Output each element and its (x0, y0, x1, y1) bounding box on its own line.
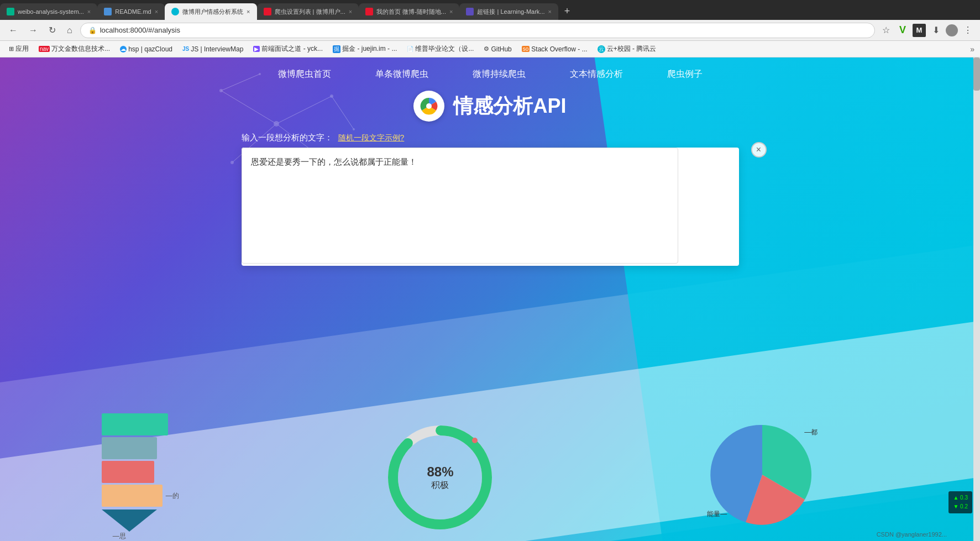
close-button[interactable]: × (751, 142, 767, 157)
page-title: 情感分析API (453, 93, 566, 120)
bookmark-interview-way[interactable]: ▶ 前端面试之道 - yck... (250, 43, 326, 55)
bookmark-interviewmap[interactable]: JS JS | InterviewMap (179, 44, 247, 54)
tab-close-4[interactable]: × (349, 8, 352, 15)
tab-favicon-2 (104, 8, 112, 15)
bookmark-apps[interactable]: ⊞ 应用 (6, 43, 32, 55)
speed-line1: ▲ 0.3 (953, 495, 968, 501)
input-label-row: 输入一段想分析的文字： 随机一段文字示例? (242, 133, 739, 143)
svg-point-13 (426, 103, 432, 109)
bookmark-juejin-label: 掘金 - juejin.im - ... (342, 44, 397, 54)
menu-icon[interactable]: ⋮ (961, 24, 974, 37)
tab-favicon-5 (365, 8, 373, 15)
bar-row-3 (102, 461, 158, 483)
tab-label-1: weibo-analysis-system... (18, 8, 84, 15)
bookmark-paper[interactable]: 📄 维普毕业论文（设... (403, 43, 477, 55)
tab-weibo-system[interactable]: weibo-analysis-system... × (0, 3, 97, 20)
tab-close-3[interactable]: × (247, 8, 250, 15)
tab-label-3: 微博用户情感分析系统 (182, 8, 243, 16)
tab-label-2: README.md (115, 8, 151, 15)
bar-row-2 (102, 437, 160, 459)
bookmark-stackoverflow[interactable]: so Stack Overflow - ... (518, 44, 591, 54)
bookmark-tencent-label: 云+校园 - 腾讯云 (607, 44, 657, 54)
tab-readme[interactable]: README.md × (97, 3, 165, 20)
donut-center: 88% 积极 (427, 464, 453, 491)
lock-icon: 🔒 (88, 27, 97, 34)
tab-favicon-3 (171, 8, 179, 15)
address-field[interactable]: 🔒 localhost:8000/#/analysis (80, 23, 875, 38)
user-avatar-icon[interactable] (946, 24, 958, 36)
nav-crawler-home[interactable]: 微博爬虫首页 (278, 69, 331, 80)
medium-icon[interactable]: M (913, 24, 926, 37)
bookmark-interview-way-label: 前端面试之道 - yck... (261, 44, 323, 54)
nav-sentiment-analysis[interactable]: 文本情感分析 (570, 69, 623, 80)
bookmark-stackoverflow-label: Stack Overflow - ... (531, 45, 587, 53)
browser-chrome: weibo-analysis-system... × README.md × 微… (0, 0, 980, 57)
scrollbar-thumb[interactable] (973, 57, 980, 91)
tab-favicon-6 (466, 8, 474, 15)
logo-circle (413, 91, 444, 122)
analysis-textarea[interactable]: 恩爱还是要秀一下的，怎么说都属于正能量！ (242, 148, 678, 264)
back-button[interactable]: ← (6, 24, 21, 36)
content-center: 情感分析API 输入一段想分析的文字： 随机一段文字示例? 恩爱还是要秀一下的，… (242, 91, 739, 266)
pie-label-energy: 能量— (707, 510, 727, 519)
tab-close-5[interactable]: × (449, 8, 453, 15)
bookmark-paper-label: 维普毕业论文（设... (415, 44, 474, 54)
bookmark-more-icon[interactable]: » (970, 45, 974, 54)
reload-button[interactable]: ↻ (45, 24, 59, 36)
vivi-icon[interactable]: V (896, 24, 909, 37)
bar-row-4: —的 (102, 485, 179, 507)
tab-weibo-home[interactable]: 我的首页 微博-随时随地... × (359, 3, 459, 20)
tab-close-2[interactable]: × (155, 8, 158, 15)
nav-bar: 微博爬虫首页 单条微博爬虫 微博持续爬虫 文本情感分析 爬虫例子 (0, 57, 980, 91)
nav-single-crawler[interactable]: 单条微博爬虫 (375, 69, 428, 80)
tab-label-4: 爬虫设置列表 | 微博用户... (275, 8, 345, 16)
bar-4 (102, 485, 163, 507)
charts-area: —的 —思 88% 积极 (0, 413, 980, 541)
tab-label-6: 超链接 | Learning-Mark... (477, 8, 544, 16)
nav-continuous-crawler[interactable]: 微博持续爬虫 (473, 69, 526, 80)
bookmark-qazcloud[interactable]: ☁ hsp | qazCloud (117, 44, 176, 54)
tab-analysis-active[interactable]: 微博用户情感分析系统 × (165, 3, 256, 20)
textarea-container: 恩爱还是要秀一下的，怎么说都属于正能量！ × (242, 148, 739, 266)
title-row: 情感分析API (242, 91, 739, 122)
tab-favicon-4 (264, 8, 271, 15)
pie-chart: —都 能量— (701, 414, 823, 535)
input-label-text: 输入一段想分析的文字： (242, 133, 333, 143)
bar-2 (102, 437, 157, 459)
tab-crawler-settings[interactable]: 爬虫设置列表 | 微博用户... × (257, 3, 359, 20)
bookmark-star-icon[interactable]: ☆ (879, 24, 893, 37)
forward-button[interactable]: → (25, 24, 41, 36)
scrollbar[interactable] (973, 57, 980, 541)
bookmark-juejin[interactable]: 掘 掘金 - juejin.im - ... (329, 43, 400, 55)
bookmarks-bar: ⊞ 应用 nav 万文金数信息技术... ☁ hsp | qazCloud JS… (0, 41, 980, 57)
bar-arrow (102, 510, 157, 532)
donut-label: 积极 (431, 480, 449, 490)
random-example-link[interactable]: 随机一段文字示例? (338, 133, 405, 143)
speed-indicator: ▲ 0.3 ▼ 0.2 (948, 491, 972, 513)
tab-bar: weibo-analysis-system... × README.md × 微… (0, 0, 980, 20)
speed-line2: ▼ 0.2 (953, 503, 968, 510)
download-icon[interactable]: ⬇ (929, 24, 942, 37)
bar-bottom-label: —思 (113, 532, 126, 541)
tab-close-1[interactable]: × (87, 8, 91, 15)
new-tab-button[interactable]: + (558, 3, 576, 19)
svg-point-16 (472, 438, 478, 443)
home-button[interactable]: ⌂ (64, 24, 76, 36)
bar-label-4: —的 (166, 491, 179, 501)
bookmark-qazcloud-label: hsp | qazCloud (128, 45, 172, 53)
bookmark-wanwenjin-label: 万文金数信息技术... (51, 44, 110, 54)
nav-crawler-example[interactable]: 爬虫例子 (667, 69, 703, 80)
bookmark-github[interactable]: ⚙ GitHub (480, 44, 515, 54)
bookmark-github-label: GitHub (491, 45, 511, 53)
tab-close-6[interactable]: × (548, 8, 552, 15)
tab-label-5: 我的首页 微博-随时随地... (376, 8, 446, 16)
bookmark-wanwenjin[interactable]: nav 万文金数信息技术... (35, 43, 113, 55)
close-icon: × (756, 145, 761, 155)
watermark: CSDN @yanglaner1992... (877, 531, 947, 538)
bar-chart-container: —的 —思 (102, 413, 179, 541)
bar-1 (102, 413, 168, 435)
tab-marklink[interactable]: 超链接 | Learning-Mark... × (459, 3, 558, 20)
toolbar-icons: ☆ V M ⬇ ⋮ (879, 24, 974, 37)
bookmark-tencent[interactable]: 云 云+校园 - 腾讯云 (594, 43, 660, 55)
donut-chart: 88% 积极 (382, 419, 498, 535)
